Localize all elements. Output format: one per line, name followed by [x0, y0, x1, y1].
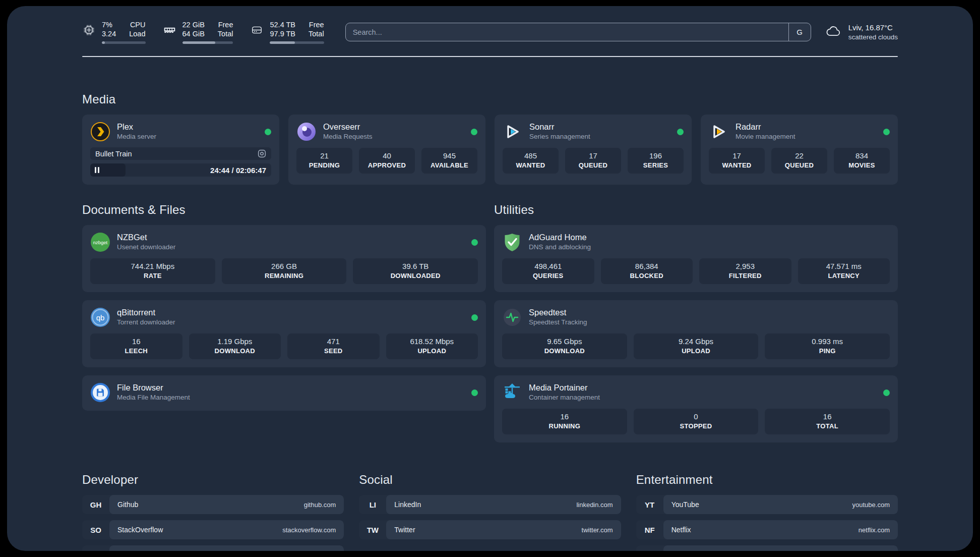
topbar: 7% 3.24 CPU Load [82, 20, 898, 44]
memory-stat: 22 GiB 64 GiB Free Total [163, 20, 233, 44]
svg-text:qb: qb [96, 313, 105, 322]
app-card-adguard[interactable]: AdGuard Home DNS and adblocking 498,461 … [494, 225, 898, 292]
link-youtube[interactable]: YT YouTube youtube.com [636, 495, 898, 514]
pause-icon[interactable] [95, 167, 99, 173]
stat-pending: 21 PENDING [296, 148, 352, 174]
nzbget-icon: nzbget [90, 232, 110, 252]
cloud-icon [824, 22, 842, 42]
link-dev[interactable]: DT DEV dev.to [82, 545, 344, 551]
status-dot [883, 389, 890, 396]
stat-available: 945 AVAILABLE [421, 148, 477, 174]
stat-total: 16 TOTAL [765, 409, 890, 434]
netflix-abbr-icon: NF [636, 520, 663, 539]
memory-total-value: 64 GiB [182, 29, 205, 38]
app-description: Usenet downloader [117, 242, 175, 252]
app-description: Speedtest Tracking [529, 317, 587, 327]
social-section: Social LI LinkedIn linkedin.com TW Twitt… [359, 473, 621, 551]
disk-total-label: Total [309, 29, 324, 38]
stat-upload: 9.24 Gbps UPLOAD [634, 333, 759, 359]
link-netflix[interactable]: NF Netflix netflix.com [636, 520, 898, 539]
speedtest-icon [502, 307, 522, 327]
status-dot [471, 129, 477, 135]
app-name: File Browser [117, 383, 190, 393]
app-card-nzbget[interactable]: nzbget NZBGet Usenet downloader 744.21 M… [82, 225, 486, 292]
entertainment-section: Entertainment YT YouTube youtube.com NF … [636, 473, 898, 551]
section-title-developer: Developer [82, 473, 344, 487]
link-twitter[interactable]: TW Twitter twitter.com [359, 520, 621, 539]
search-engine-button[interactable]: G [788, 23, 811, 41]
qbittorrent-icon: qb [90, 307, 110, 327]
app-description: Series management [529, 132, 590, 141]
app-description: DNS and adblocking [529, 242, 591, 252]
stat-movies: 834 MOVIES [834, 148, 890, 174]
link-github[interactable]: GH Github github.com [82, 495, 344, 514]
stat-seed: 471 SEED [287, 333, 380, 359]
weather-condition: scattered clouds [848, 32, 898, 42]
memory-free-label: Free [218, 20, 233, 29]
stat-downloaded: 39.6 TB DOWNLOADED [353, 258, 478, 284]
twitter-abbr-icon: TW [359, 520, 386, 539]
system-stats: 7% 3.24 CPU Load [82, 20, 324, 44]
memory-icon [163, 23, 176, 39]
section-title-documents: Documents & Files [82, 203, 486, 217]
status-dot [883, 129, 890, 135]
portainer-icon [502, 382, 522, 403]
stat-rate: 744.21 Mbps RATE [90, 258, 215, 284]
section-title-social: Social [359, 473, 621, 487]
link-stackoverflow[interactable]: SO StackOverflow stackoverflow.com [82, 520, 344, 539]
app-description: Media server [117, 132, 156, 141]
app-name: AdGuard Home [529, 233, 591, 242]
header-divider [82, 56, 898, 57]
disk-progress-bar [270, 41, 324, 44]
stat-leech: 16 LEECH [90, 333, 182, 359]
app-card-portainer[interactable]: Media Portainer Container management 16 … [494, 375, 898, 442]
app-card-speedtest[interactable]: Speedtest Speedtest Tracking 9.65 Gbps D… [494, 300, 898, 367]
plex-icon [90, 122, 110, 142]
cpu-load-label: Load [129, 29, 145, 38]
stat-download: 9.65 Gbps DOWNLOAD [502, 333, 627, 359]
dashboard-panel: 7% 3.24 CPU Load [7, 6, 973, 551]
github-abbr-icon: GH [82, 495, 109, 514]
stackoverflow-abbr-icon: SO [82, 520, 109, 539]
memory-free-value: 22 GiB [182, 20, 205, 29]
sonarr-icon [503, 122, 523, 142]
app-card-sonarr[interactable]: Sonarr Series management 485 WANTED 17 Q… [495, 115, 692, 185]
app-card-plex[interactable]: Plex Media server Bullet Train [82, 115, 279, 185]
link-linkedin[interactable]: LI LinkedIn linkedin.com [359, 495, 621, 514]
app-name: Radarr [736, 122, 795, 132]
section-title-media: Media [82, 92, 898, 106]
app-card-radarr[interactable]: Radarr Movie management 17 WANTED 22 QUE… [701, 115, 898, 185]
playback-progress-bar: 24:44 / 02:06:47 [90, 163, 271, 177]
stat-blocked: 86,384 BLOCKED [601, 258, 693, 284]
app-card-overseerr[interactable]: Overseerr Media Requests 21 PENDING 40 A… [288, 115, 485, 185]
stat-series: 196 SERIES [628, 148, 684, 174]
status-dot [265, 129, 271, 135]
weather-location-temp: Lviv, 16.87°C [848, 23, 898, 32]
stat-approved: 40 APPROVED [359, 148, 415, 174]
stat-running: 16 RUNNING [502, 409, 627, 434]
app-card-filebrowser[interactable]: File Browser Media File Management [82, 375, 486, 411]
status-dot [471, 239, 478, 246]
section-title-utilities: Utilities [494, 203, 898, 217]
dev-abbr-icon: DT [82, 545, 109, 551]
disk-free-value: 52.4 TB [270, 20, 295, 29]
disk-stat: 52.4 TB 97.9 TB Free Total [250, 20, 324, 44]
link-reddit[interactable]: RE Reddit reddit.com [636, 545, 898, 551]
stat-filtered: 2,953 FILTERED [699, 258, 791, 284]
stat-queued: 22 QUEUED [771, 148, 827, 174]
now-playing-title: Bullet Train [95, 150, 132, 158]
stat-upload: 618.52 Mbps UPLOAD [386, 333, 478, 359]
app-card-qbittorrent[interactable]: qb qBittorrent Torrent downloader 16 [82, 300, 486, 367]
svg-text:nzbget: nzbget [93, 240, 108, 245]
youtube-abbr-icon: YT [636, 495, 663, 514]
stat-download: 1.19 Gbps DOWNLOAD [189, 333, 281, 359]
playback-time: 24:44 / 02:06:47 [210, 163, 266, 177]
weather-widget: Lviv, 16.87°C scattered clouds [824, 22, 898, 42]
app-name: Speedtest [529, 308, 587, 317]
search-input[interactable] [346, 23, 788, 41]
overseerr-icon [296, 122, 317, 142]
cpu-percent: 7% [102, 20, 116, 29]
status-dot [677, 129, 684, 135]
search-bar: G [345, 23, 811, 41]
disk-total-value: 97.9 TB [270, 29, 295, 38]
